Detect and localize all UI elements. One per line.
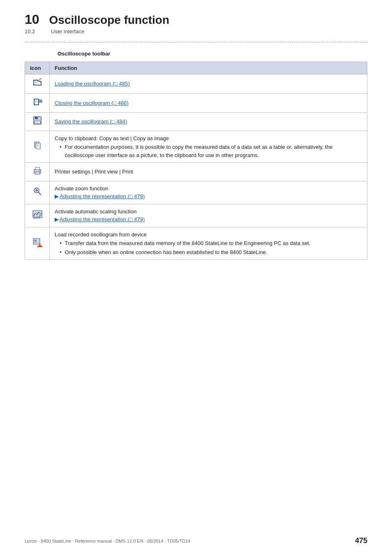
svg-point-33 — [39, 171, 40, 171]
svg-rect-5 — [35, 82, 38, 83]
svg-rect-12 — [35, 102, 38, 102]
function-cell: Activate automatic scaling function ▶Adj… — [50, 204, 367, 227]
function-link[interactable]: Saving the oscillogram (□ 484) — [55, 118, 127, 125]
svg-rect-3 — [41, 81, 42, 86]
function-main-text: Load recorded oscillogram from device — [55, 231, 362, 239]
chapter-title: Oscilloscope function — [49, 14, 169, 27]
svg-rect-46 — [34, 243, 38, 243]
svg-rect-27 — [37, 147, 38, 147]
subchapter-number: 10.2 — [25, 28, 41, 35]
zoom-icon — [25, 181, 50, 204]
svg-rect-49 — [37, 246, 42, 247]
link-text[interactable]: Adjusting the representation (□ 479) — [60, 216, 145, 222]
function-main-text: Activate automatic scaling function — [55, 208, 362, 216]
arrow-icon: ▶ — [55, 216, 59, 222]
table-row: Copy to clipboard: Copy as text | Copy a… — [25, 131, 367, 163]
footer-text: Lenze · 8400 StateLine · Reference manua… — [25, 539, 190, 543]
chapter-number: 10 — [25, 12, 39, 27]
function-link[interactable]: Loading the oscillogram (□ 485) — [55, 81, 130, 87]
toolbar-table: Icon Function Loading the oscillogram (□… — [25, 62, 367, 260]
save-oscillogram-icon — [25, 113, 50, 131]
function-cell: Load recorded oscillogram from device Tr… — [50, 227, 367, 260]
function-bullet: Only possible when an online connection … — [55, 248, 362, 257]
function-cell: Copy to clipboard: Copy as text | Copy a… — [50, 131, 367, 163]
svg-rect-10 — [38, 99, 39, 105]
svg-rect-25 — [37, 144, 39, 145]
section-divider — [25, 42, 367, 42]
section-heading: Oscilloscope toolbar — [58, 51, 367, 57]
table-row: Closing the oscillogram (□ 486) — [25, 93, 367, 113]
svg-rect-20 — [35, 121, 40, 124]
page-header: 10 Oscilloscope function 10.2 User inter… — [25, 12, 367, 35]
arrow-icon: ▶ — [55, 193, 59, 199]
link-text[interactable]: Adjusting the representation (□ 479) — [60, 193, 145, 199]
function-bullet: For documentation purposes, it is possib… — [55, 143, 362, 159]
svg-rect-2 — [33, 85, 42, 86]
table-row: Printer settings | Print view | Print — [25, 163, 367, 181]
svg-rect-26 — [37, 146, 39, 146]
function-cell: Printer settings | Print view | Print — [50, 163, 367, 181]
col-header-icon: Icon — [25, 62, 50, 74]
open-oscillogram-icon — [25, 74, 50, 94]
svg-rect-22 — [36, 123, 38, 123]
table-row: Loading the oscillogram (□ 485) — [25, 74, 367, 94]
function-main-text: Copy to clipboard: Copy as text | Copy a… — [55, 134, 362, 143]
svg-rect-45 — [34, 240, 37, 242]
function-cell: Closing the oscillogram (□ 486) — [50, 93, 367, 113]
svg-rect-8 — [34, 99, 35, 105]
table-row: Load recorded oscillogram from device Tr… — [25, 227, 367, 260]
svg-rect-6 — [35, 83, 37, 84]
svg-rect-4 — [35, 81, 37, 81]
function-main-text: Printer settings | Print view | Print — [55, 169, 133, 175]
function-cell: Activate zoom function ▶Adjusting the re… — [50, 181, 367, 204]
function-link[interactable]: Closing the oscillogram (□ 486) — [55, 100, 129, 106]
load-device-icon — [25, 227, 50, 260]
svg-rect-11 — [35, 100, 37, 101]
subchapter-title: User interface — [51, 28, 84, 35]
function-bullet: Transfer data from the measured data mem… — [55, 239, 362, 247]
printer-icon — [25, 163, 50, 181]
svg-rect-19 — [38, 117, 39, 119]
col-header-function: Function — [50, 62, 367, 74]
function-main-text: Activate zoom function — [55, 185, 362, 193]
autoscale-icon — [25, 204, 50, 227]
function-link[interactable]: ▶Adjusting the representation (□ 479) — [55, 215, 362, 224]
copy-clipboard-icon — [25, 131, 50, 163]
function-link[interactable]: ▶Adjusting the representation (□ 479) — [55, 192, 362, 201]
svg-rect-31 — [36, 173, 39, 173]
close-oscillogram-icon — [25, 93, 50, 113]
table-row: Activate zoom function ▶Adjusting the re… — [25, 181, 367, 204]
svg-rect-32 — [36, 173, 38, 174]
page-number: 475 — [355, 536, 367, 545]
table-row: Activate automatic scaling function ▶Adj… — [25, 204, 367, 227]
svg-rect-13 — [35, 103, 37, 103]
svg-line-35 — [38, 192, 41, 195]
svg-rect-1 — [33, 80, 34, 86]
page-footer: Lenze · 8400 StateLine · Reference manua… — [0, 536, 392, 545]
svg-rect-18 — [35, 117, 38, 119]
function-cell: Saving the oscillogram (□ 484) — [50, 113, 367, 131]
function-cell: Loading the oscillogram (□ 485) — [50, 74, 367, 94]
svg-rect-29 — [35, 167, 39, 170]
table-row: Saving the oscillogram (□ 484) — [25, 113, 367, 131]
svg-rect-21 — [36, 122, 39, 122]
